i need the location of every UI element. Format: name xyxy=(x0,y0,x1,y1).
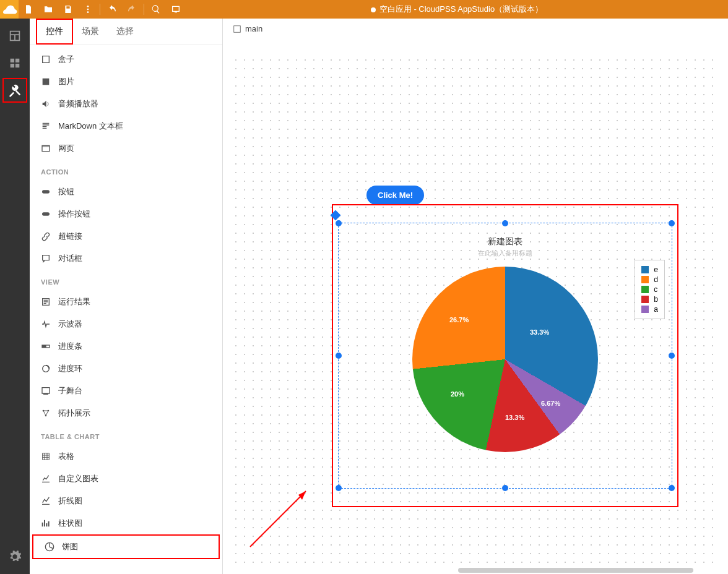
widget-progressbar[interactable]: 进度条 xyxy=(30,335,222,358)
widget-scope[interactable]: 示波器 xyxy=(30,313,222,335)
tab-select[interactable]: 选择 xyxy=(108,20,142,43)
svg-rect-3 xyxy=(42,190,50,193)
preview-icon[interactable] xyxy=(166,0,186,19)
open-folder-icon[interactable] xyxy=(38,0,58,19)
group-action: ACTION xyxy=(30,160,222,181)
slice-label-a: 6.67% xyxy=(541,400,560,407)
resize-handle[interactable] xyxy=(669,220,675,226)
slice-label-c: 20% xyxy=(451,390,464,398)
annotation-arrow xyxy=(244,479,318,553)
design-canvas[interactable]: Click Me! 新建图表 在此输入备用标题 33.3% xyxy=(232,56,719,565)
resize-handle[interactable] xyxy=(336,353,342,359)
widget-progressring[interactable]: 进度环 xyxy=(30,358,222,380)
widget-button[interactable]: 按钮 xyxy=(30,181,222,203)
tab-widgets[interactable]: 控件 xyxy=(36,19,73,45)
horizontal-scrollbar[interactable] xyxy=(458,568,693,573)
widget-dialog[interactable]: 对话框 xyxy=(30,247,222,270)
slice-label-d: 26.7% xyxy=(449,316,469,323)
widget-list[interactable]: 盒子 图片 音频播放器 MarkDown 文本框 网页 ACTION 按钮 操作… xyxy=(30,45,222,574)
rail-tools-icon[interactable] xyxy=(2,78,27,103)
widget-panel: 控件 场景 选择 盒子 图片 音频播放器 MarkDown 文本框 网页 ACT… xyxy=(30,19,223,574)
resize-handle[interactable] xyxy=(669,485,675,491)
svg-point-2 xyxy=(87,11,89,13)
widget-box[interactable]: 盒子 xyxy=(30,48,222,71)
widget-result[interactable]: 运行结果 xyxy=(30,291,222,313)
more-icon[interactable] xyxy=(78,0,98,19)
save-icon[interactable] xyxy=(58,0,78,19)
widget-web[interactable]: 网页 xyxy=(30,137,222,160)
resize-handle[interactable] xyxy=(669,353,675,359)
widget-image[interactable]: 图片 xyxy=(30,71,222,93)
widget-topo[interactable]: 拓扑展示 xyxy=(30,402,222,424)
widget-bar-chart[interactable]: 柱状图 xyxy=(30,512,222,534)
window-title: 空白应用 - CloudPSS AppStudio（测试版本） xyxy=(186,4,728,15)
svg-point-0 xyxy=(87,6,89,7)
canvas-area: main Click Me! 新建图表 在此输入备用标题 xyxy=(223,19,728,574)
resize-handle[interactable] xyxy=(336,220,342,226)
canvas-tab-bar: main xyxy=(223,19,728,40)
top-toolbar: 空白应用 - CloudPSS AppStudio（测试版本） xyxy=(0,0,728,19)
svg-rect-11 xyxy=(234,25,241,32)
widget-custom-chart[interactable]: 自定义图表 xyxy=(30,468,222,490)
widget-line-chart[interactable]: 折线图 xyxy=(30,490,222,512)
svg-rect-4 xyxy=(42,212,50,215)
widget-link[interactable]: 超链接 xyxy=(30,225,222,247)
undo-icon[interactable] xyxy=(102,0,122,19)
search-icon[interactable] xyxy=(146,0,166,19)
panel-tabs: 控件 场景 选择 xyxy=(30,19,222,45)
widget-opbutton[interactable]: 操作按钮 xyxy=(30,203,222,225)
new-file-icon[interactable] xyxy=(19,0,38,19)
rail-assets-icon[interactable] xyxy=(2,51,27,75)
canvas-tab-main[interactable]: main xyxy=(227,22,269,36)
slice-label-b: 13.3% xyxy=(505,414,524,421)
svg-line-12 xyxy=(250,491,306,547)
svg-point-1 xyxy=(87,9,89,11)
pie-graphic xyxy=(412,267,598,452)
widget-pie-chart[interactable]: 饼图 xyxy=(32,534,220,559)
widget-markdown[interactable]: MarkDown 文本框 xyxy=(30,115,222,137)
rail-layout-icon[interactable] xyxy=(2,24,27,48)
redo-icon[interactable] xyxy=(122,0,142,19)
group-table: TABLE & CHART xyxy=(30,424,222,445)
pie-wrap: 33.3% 26.7% 20% 13.3% 6.67% xyxy=(412,267,598,452)
click-me-button[interactable]: Click Me! xyxy=(366,186,424,205)
widget-table[interactable]: 表格 xyxy=(30,445,222,468)
resize-handle[interactable] xyxy=(502,485,508,491)
resize-handle[interactable] xyxy=(502,220,508,226)
svg-marker-13 xyxy=(298,491,306,500)
widget-substage[interactable]: 子舞台 xyxy=(30,380,222,402)
resize-handle[interactable] xyxy=(336,485,342,491)
widget-audio[interactable]: 音频播放器 xyxy=(30,93,222,115)
slice-label-e: 33.3% xyxy=(530,328,549,336)
app-logo xyxy=(0,0,19,19)
svg-rect-6 xyxy=(42,345,46,348)
tab-scenes[interactable]: 场景 xyxy=(73,20,108,43)
chart-legend[interactable]: e d c b a xyxy=(635,260,665,319)
pie-chart-component[interactable]: 新建图表 在此输入备用标题 33.3% 26.7% 20% 13.3% 6.67… xyxy=(332,204,678,507)
group-view: VIEW xyxy=(30,270,222,291)
rail-settings-icon[interactable] xyxy=(2,544,27,569)
left-rail xyxy=(0,19,30,574)
